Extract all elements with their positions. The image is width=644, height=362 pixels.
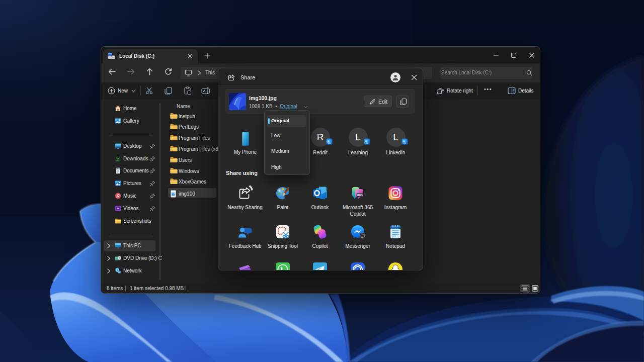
svg-text:M365: M365	[357, 194, 363, 197]
